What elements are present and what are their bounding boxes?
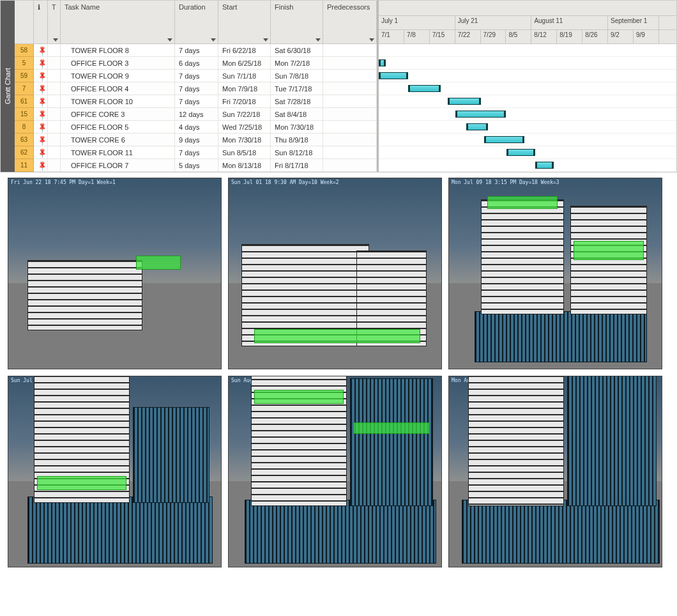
start-cell[interactable]: Mon 6/25/18	[218, 57, 271, 70]
col-start[interactable]: Start	[218, 1, 271, 44]
predecessors-cell[interactable]	[323, 146, 377, 159]
col-id[interactable]: T	[48, 1, 61, 44]
row-number[interactable]: 63	[15, 134, 34, 146]
gantt-bar[interactable]	[408, 85, 441, 92]
predecessors-cell[interactable]	[323, 57, 377, 70]
task-name-cell[interactable]: TOWER CORE 6	[61, 134, 175, 146]
table-row[interactable]: 📌TOWER FLOOR 97 daysSun 7/1/18Sun 7/8/18	[34, 70, 377, 82]
render-caption: Fri Jun 22 18 7:45 PM Day=1 Week=1	[11, 180, 116, 185]
gantt-bar-area[interactable]	[379, 44, 676, 172]
table-row[interactable]: 📌TOWER CORE 69 daysMon 7/30/18Thu 8/9/18	[34, 134, 377, 146]
duration-cell[interactable]: 6 days	[175, 57, 218, 70]
finish-cell[interactable]: Mon 7/2/18	[271, 57, 323, 70]
render-panel: Fri Jun 22 18 7:45 PM Day=1 Week=1	[8, 178, 222, 369]
gantt-bar[interactable]	[448, 98, 480, 105]
finish-cell[interactable]: Sat 6/30/18	[271, 44, 323, 57]
predecessors-cell[interactable]	[323, 121, 377, 134]
table-row[interactable]: 📌TOWER FLOOR 107 daysFri 7/20/18Sat 7/28…	[34, 95, 377, 108]
row-number[interactable]: 5	[15, 57, 34, 70]
duration-cell[interactable]: 7 days	[175, 146, 218, 159]
finish-cell[interactable]: Sun 7/8/18	[271, 70, 323, 82]
task-name-cell[interactable]: OFFICE FLOOR 3	[61, 57, 175, 70]
gantt-bar[interactable]	[484, 136, 524, 143]
table-row[interactable]: 📌OFFICE FLOOR 36 daysMon 6/25/18Mon 7/2/…	[34, 57, 377, 70]
start-cell[interactable]: Fri 6/22/18	[218, 44, 271, 57]
start-cell[interactable]: Wed 7/25/18	[218, 121, 271, 134]
col-finish[interactable]: Finish	[271, 1, 323, 44]
gantt-bar[interactable]	[379, 59, 386, 66]
table-row[interactable]: 📌OFFICE FLOOR 54 daysWed 7/25/18Mon 7/30…	[34, 121, 377, 134]
predecessors-cell[interactable]	[323, 108, 377, 121]
duration-cell[interactable]: 7 days	[175, 70, 218, 82]
finish-cell[interactable]: Sat 8/4/18	[271, 108, 323, 121]
start-cell[interactable]: Sun 8/5/18	[218, 146, 271, 159]
col-predecessors[interactable]: Predecessors	[323, 1, 377, 44]
gantt-bar[interactable]	[466, 123, 488, 130]
start-cell[interactable]: Sun 7/22/18	[218, 108, 271, 121]
task-name-cell[interactable]: TOWER FLOOR 11	[61, 146, 175, 159]
row-number[interactable]: 7	[15, 82, 34, 95]
finish-cell[interactable]: Sat 7/28/18	[271, 95, 323, 108]
finish-cell[interactable]: Tue 7/17/18	[271, 82, 323, 95]
dropdown-icon[interactable]	[369, 38, 374, 42]
duration-cell[interactable]: 9 days	[175, 134, 218, 146]
finish-cell[interactable]: Fri 8/17/18	[271, 159, 323, 172]
predecessors-cell[interactable]	[323, 44, 377, 57]
finish-cell[interactable]: Sun 8/12/18	[271, 146, 323, 159]
table-row[interactable]: 📌OFFICE CORE 312 daysSun 7/22/18Sat 8/4/…	[34, 108, 377, 121]
table-row[interactable]: 📌TOWER FLOOR 87 daysFri 6/22/18Sat 6/30/…	[34, 44, 377, 57]
row-number[interactable]: 15	[15, 108, 34, 121]
table-row[interactable]: 📌OFFICE FLOOR 47 daysMon 7/9/18Tue 7/17/…	[34, 82, 377, 95]
row-number[interactable]: 61	[15, 95, 34, 108]
col-duration[interactable]: Duration	[175, 1, 218, 44]
row-number[interactable]: 62	[15, 146, 34, 159]
task-name-cell[interactable]: OFFICE FLOOR 5	[61, 121, 175, 134]
dropdown-icon[interactable]	[53, 38, 58, 42]
table-row[interactable]: 📌TOWER FLOOR 117 daysSun 8/5/18Sun 8/12/…	[34, 146, 377, 159]
table-row[interactable]: 📌OFFICE FLOOR 75 daysMon 8/13/18Fri 8/17…	[34, 159, 377, 172]
gantt-bar[interactable]	[506, 149, 536, 156]
duration-cell[interactable]: 12 days	[175, 108, 218, 121]
col-task-mode[interactable]: ℹ	[34, 1, 48, 44]
finish-cell[interactable]: Mon 7/30/18	[271, 121, 323, 134]
duration-cell[interactable]: 5 days	[175, 159, 218, 172]
task-name-cell[interactable]: TOWER FLOOR 9	[61, 70, 175, 82]
task-name-cell[interactable]: OFFICE CORE 3	[61, 108, 175, 121]
gantt-bar[interactable]	[379, 72, 408, 79]
task-name-cell[interactable]: TOWER FLOOR 10	[61, 95, 175, 108]
start-cell[interactable]: Mon 7/30/18	[218, 134, 271, 146]
row-number[interactable]: 58	[15, 44, 34, 57]
row-number[interactable]: 8	[15, 121, 34, 134]
gantt-bar[interactable]	[455, 111, 506, 118]
start-cell[interactable]: Sun 7/1/18	[218, 70, 271, 82]
predecessors-cell[interactable]	[323, 70, 377, 82]
predecessors-cell[interactable]	[323, 159, 377, 172]
col-task-name[interactable]: Task Name	[61, 1, 175, 44]
duration-cell[interactable]: 7 days	[175, 44, 218, 57]
finish-cell[interactable]: Thu 8/9/18	[271, 134, 323, 146]
timescale-day: 9/2	[608, 30, 634, 43]
dropdown-icon[interactable]	[316, 38, 321, 42]
task-name-cell[interactable]: OFFICE FLOOR 7	[61, 159, 175, 172]
predecessors-cell[interactable]	[323, 95, 377, 108]
start-cell[interactable]: Mon 7/9/18	[218, 82, 271, 95]
predecessors-cell[interactable]	[323, 134, 377, 146]
dropdown-icon[interactable]	[167, 38, 172, 42]
task-name-cell[interactable]: OFFICE FLOOR 4	[61, 82, 175, 95]
timescale-day: 8/26	[582, 30, 608, 43]
pin-icon: 📌	[34, 44, 48, 57]
gantt-bar[interactable]	[535, 162, 554, 169]
duration-cell[interactable]: 7 days	[175, 95, 218, 108]
dropdown-icon[interactable]	[263, 38, 268, 42]
row-number[interactable]: 11	[15, 159, 34, 172]
dropdown-icon[interactable]	[211, 38, 216, 42]
row-number[interactable]: 59	[15, 70, 34, 82]
start-cell[interactable]: Mon 8/13/18	[218, 159, 271, 172]
task-name-cell[interactable]: TOWER FLOOR 8	[61, 44, 175, 57]
start-cell[interactable]: Fri 7/20/18	[218, 95, 271, 108]
duration-cell[interactable]: 4 days	[175, 121, 218, 134]
gantt-chart[interactable]: July 1July 21August 11September 1 7/17/8…	[379, 1, 676, 172]
gantt-side-tab[interactable]: Gantt Chart	[1, 1, 15, 172]
predecessors-cell[interactable]	[323, 82, 377, 95]
duration-cell[interactable]: 7 days	[175, 82, 218, 95]
